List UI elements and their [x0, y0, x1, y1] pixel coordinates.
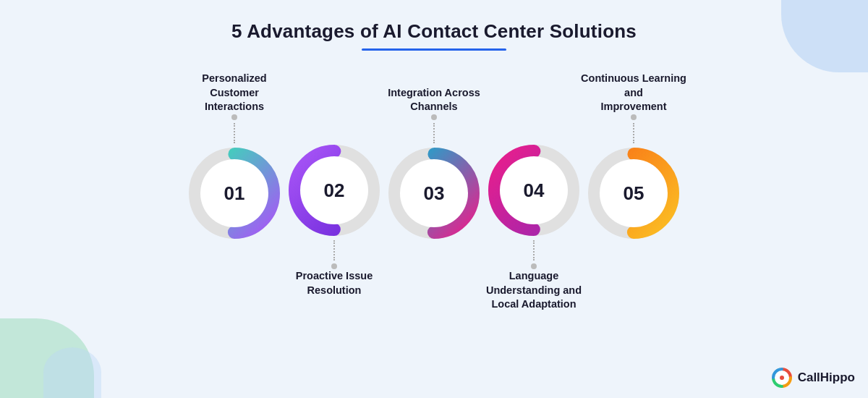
- circle-item-04: 04Language Understanding andLocal Adapta…: [476, 78, 592, 305]
- dot-top-03: [431, 114, 437, 120]
- dotted-line-bottom-02: [333, 240, 335, 261]
- dotted-line-top-03: [433, 123, 435, 143]
- circle-item-05: Continuous Learning andImprovement05: [576, 78, 692, 305]
- top-label-05: Continuous Learning andImprovement: [576, 78, 692, 114]
- circle-item-03: Integration AcrossChannels03: [376, 78, 492, 305]
- callhippo-logo-icon: [770, 366, 793, 389]
- logo-area: CallHippo: [770, 366, 855, 389]
- bottom-label-04: Language Understanding andLocal Adaptati…: [476, 269, 592, 305]
- dotted-line-top-01: [234, 123, 235, 143]
- dot-bottom-04: [531, 263, 537, 269]
- top-label-03: Integration AcrossChannels: [376, 78, 492, 114]
- title-underline: [362, 48, 506, 51]
- circle-number-05: 05: [624, 182, 644, 205]
- ring-wrapper-04: 04: [487, 143, 581, 237]
- ring-wrapper-02: 02: [287, 143, 381, 237]
- dotted-line-top-05: [633, 123, 634, 143]
- logo-text: CallHippo: [798, 371, 855, 385]
- main-container: 5 Advantages of AI Contact Center Soluti…: [0, 0, 868, 326]
- bottom-label-02: Proactive IssueResolution: [276, 269, 392, 305]
- diagram-area: Personalized CustomerInteractions0102Pro…: [72, 58, 796, 326]
- svg-point-17: [780, 376, 784, 380]
- circle-number-01: 01: [224, 182, 245, 205]
- top-label-01: Personalized CustomerInteractions: [176, 78, 292, 114]
- dot-top-05: [631, 114, 637, 120]
- circle-number-04: 04: [524, 179, 545, 202]
- dotted-line-bottom-04: [533, 240, 535, 261]
- circle-number-03: 03: [424, 182, 445, 205]
- ring-wrapper-05: 05: [587, 146, 681, 240]
- page-title: 5 Advantages of AI Contact Center Soluti…: [231, 20, 637, 43]
- circle-item-01: Personalized CustomerInteractions01: [176, 78, 292, 305]
- dot-top-01: [231, 114, 237, 120]
- dot-bottom-02: [331, 263, 337, 269]
- circle-item-02: 02Proactive IssueResolution: [276, 78, 392, 305]
- blob-bottom-left-2: [43, 347, 101, 398]
- ring-wrapper-01: 01: [187, 146, 281, 240]
- circle-number-02: 02: [324, 179, 345, 202]
- ring-wrapper-03: 03: [387, 146, 481, 240]
